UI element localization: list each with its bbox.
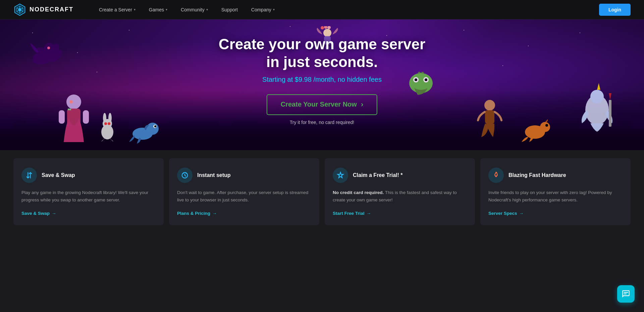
star-decoration	[97, 72, 97, 72]
star-decoration	[502, 65, 503, 66]
card-title: Claim a Free Trial! *	[353, 172, 403, 178]
login-button[interactable]: Login	[599, 4, 631, 16]
svg-point-42	[147, 123, 159, 135]
card-header: Claim a Free Trial! *	[333, 168, 467, 183]
arrow-icon: →	[367, 211, 371, 216]
hero-lizard-character	[127, 117, 161, 145]
svg-point-19	[66, 95, 81, 109]
hero-content: Create your own game server in just seco…	[219, 36, 425, 125]
card-header: Save & Swap	[21, 168, 156, 183]
nav-community[interactable]: Community ▾	[175, 4, 213, 15]
setup-icon	[181, 172, 189, 179]
svg-point-18	[327, 26, 331, 29]
arrow-icon: →	[519, 211, 524, 216]
card-header: Blazing Fast Hardware	[488, 168, 623, 183]
nav-support[interactable]: Support	[216, 4, 243, 15]
instant-setup-icon-wrap	[177, 168, 193, 183]
svg-point-37	[103, 113, 106, 123]
svg-rect-31	[485, 110, 494, 124]
card-body: Play any game in the growing Nodecraft l…	[21, 189, 156, 203]
header-right: Login	[599, 4, 631, 16]
main-nav: Create a Server ▾ Games ▾ Community ▾ Su…	[94, 4, 599, 15]
save-swap-icon-wrap	[21, 168, 37, 183]
hero-rabbit-character	[97, 112, 117, 143]
start-free-trial-link[interactable]: Start Free Trial →	[333, 211, 467, 216]
hero-character-left	[57, 92, 91, 147]
hero-free-trial-text: Try it for free, no card required!	[219, 120, 425, 125]
hero-title: Create your own game server in just seco…	[219, 36, 425, 71]
nav-games[interactable]: Games ▾	[144, 4, 173, 15]
svg-marker-13	[609, 93, 611, 100]
arrow-icon: →	[212, 211, 217, 216]
svg-rect-22	[83, 110, 89, 124]
card-title: Save & Swap	[42, 172, 75, 178]
header: NODECRAFT Create a Server ▾ Games ▾ Comm…	[0, 0, 644, 19]
svg-rect-12	[609, 100, 611, 127]
card-hardware: Blazing Fast Hardware Invite friends to …	[480, 158, 631, 225]
card-instant-setup: Instant setup Don't wait to game. After …	[169, 158, 319, 225]
hero-dino-character	[517, 119, 550, 143]
card-free-trial: Claim a Free Trial! * No credit card req…	[325, 158, 475, 225]
svg-point-39	[104, 122, 107, 125]
chevron-down-icon: ▾	[206, 8, 208, 11]
plans-pricing-link[interactable]: Plans & Pricing →	[177, 211, 311, 216]
flame-icon	[492, 172, 500, 179]
card-body: Invite friends to play on your server wi…	[488, 189, 623, 203]
chevron-down-icon: ▾	[166, 8, 167, 11]
star-decoration	[290, 26, 290, 27]
hero-creature-right	[570, 80, 617, 135]
card-body-bold: No credit card required.	[333, 190, 384, 195]
hero-running-character	[476, 99, 503, 140]
nav-create-server[interactable]: Create a Server ▾	[94, 4, 141, 15]
card-save-swap: Save & Swap Play any game in the growing…	[13, 158, 164, 225]
hero-cta-button[interactable]: Create Your Server Now ›	[267, 94, 377, 115]
card-body: No credit card required. This is the fas…	[333, 189, 467, 203]
svg-point-24	[69, 100, 73, 104]
arrow-right-icon: ›	[361, 100, 363, 109]
svg-point-33	[540, 122, 550, 132]
svg-point-34	[545, 124, 548, 127]
save-swap-link[interactable]: Save & Swap →	[21, 211, 156, 216]
svg-point-40	[108, 122, 110, 125]
svg-point-16	[321, 26, 324, 29]
svg-point-9	[47, 47, 50, 49]
server-specs-link[interactable]: Server Specs →	[488, 211, 623, 216]
sparkle-icon	[337, 172, 344, 179]
star-decoration	[32, 33, 33, 33]
hardware-icon-wrap	[488, 168, 504, 183]
swap-icon	[25, 172, 33, 179]
free-trial-icon-wrap	[333, 168, 348, 183]
hero-banner: Create your own game server in just seco…	[0, 19, 644, 150]
svg-point-44	[154, 125, 156, 127]
svg-point-11	[590, 90, 604, 103]
arrow-icon: →	[52, 211, 56, 216]
chevron-down-icon: ▾	[273, 8, 275, 11]
svg-point-30	[484, 100, 495, 111]
star-decoration	[580, 33, 580, 33]
hero-subtitle: Starting at $9.98 /month, no hidden fees	[219, 76, 425, 83]
svg-point-2	[18, 8, 21, 11]
feature-cards: Save & Swap Play any game in the growing…	[0, 150, 644, 233]
chevron-down-icon: ▾	[134, 8, 136, 11]
svg-rect-23	[68, 109, 71, 110]
card-header: Instant setup	[177, 168, 311, 183]
card-title: Blazing Fast Hardware	[508, 172, 566, 178]
svg-point-38	[108, 113, 112, 123]
card-body: Don't wait to game. After purchase, your…	[177, 189, 311, 203]
svg-point-17	[324, 26, 327, 29]
logo[interactable]: NODECRAFT	[13, 3, 73, 16]
svg-rect-21	[59, 110, 65, 124]
logo-icon	[13, 3, 26, 16]
card-title: Instant setup	[197, 172, 231, 178]
nav-company[interactable]: Company ▾	[246, 4, 280, 15]
logo-text: NODECRAFT	[30, 6, 73, 13]
hero-creature-left	[27, 36, 67, 71]
